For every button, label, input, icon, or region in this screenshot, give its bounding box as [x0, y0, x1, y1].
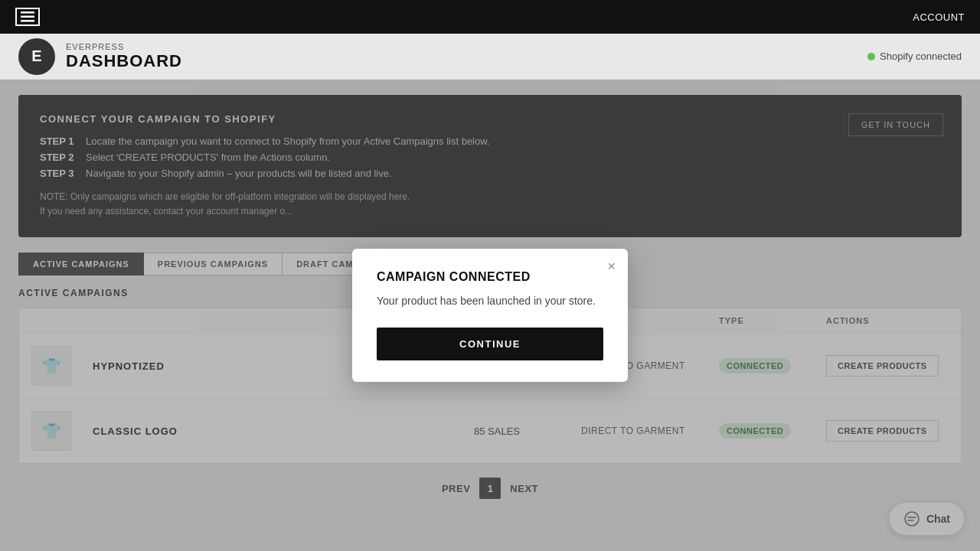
header-text: EVERPRESS DASHBOARD — [66, 42, 182, 71]
svg-rect-1 — [21, 16, 34, 18]
logo-box — [15, 8, 40, 26]
page-title: DASHBOARD — [66, 51, 182, 71]
header-left: E EVERPRESS DASHBOARD — [18, 38, 182, 75]
continue-button[interactable]: CONTINUE — [377, 328, 603, 360]
svg-rect-2 — [21, 20, 34, 22]
shopify-status: Shopify connected — [867, 51, 962, 62]
modal-close-button[interactable]: × — [607, 259, 616, 273]
account-link[interactable]: ACCOUNT — [913, 11, 965, 23]
main-content: CONNECT YOUR CAMPAIGN TO SHOPIFY STEP 1 … — [0, 80, 980, 551]
shopify-status-label: Shopify connected — [880, 51, 962, 62]
campaign-connected-modal: × CAMPAIGN CONNECTED Your product has be… — [352, 249, 628, 382]
header-brand: EVERPRESS — [66, 42, 182, 51]
shopify-connected-dot — [867, 53, 875, 60]
page-header: E EVERPRESS DASHBOARD Shopify connected — [0, 34, 980, 80]
modal-body: Your product has been launched in your s… — [377, 293, 603, 309]
svg-rect-0 — [21, 11, 34, 14]
top-nav: ACCOUNT — [0, 0, 980, 34]
logo — [15, 8, 40, 26]
modal-overlay[interactable]: × CAMPAIGN CONNECTED Your product has be… — [0, 80, 980, 551]
modal-title: CAMPAIGN CONNECTED — [377, 270, 603, 284]
avatar: E — [18, 38, 55, 75]
